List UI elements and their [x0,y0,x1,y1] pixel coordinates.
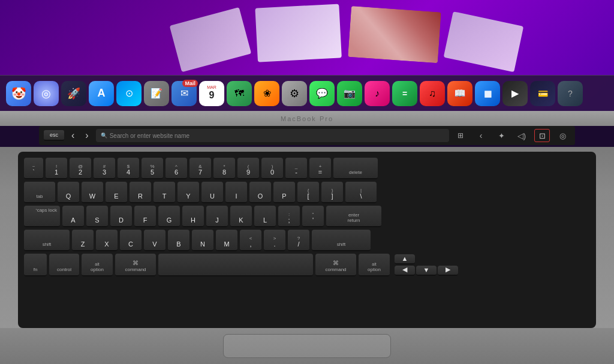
key-command-right[interactable]: ⌘ command [315,254,356,276]
key-w[interactable]: W [82,182,103,203]
key-p[interactable]: P [273,182,295,203]
touchbar-back[interactable]: ‹ [68,129,78,142]
key-capslock[interactable]: • caps lock [24,206,60,227]
key-q[interactable]: Q [58,182,79,203]
key-tab[interactable]: tab [24,182,55,203]
key-f[interactable]: F [134,206,156,227]
key-arrow-left[interactable]: ◀ [395,266,415,276]
key-alt-left[interactable]: alt option [82,254,113,276]
key-quote[interactable]: " ' [302,206,324,227]
key-slash[interactable]: ? / [288,230,309,251]
touchbar-url-bar[interactable]: 🔍 Search or enter website name [96,129,449,142]
dock-facetime[interactable]: 📷 [337,81,362,106]
key-n[interactable]: N [192,230,213,251]
key-k[interactable]: K [230,206,252,227]
key-h[interactable]: H [182,206,204,227]
key-shift-right[interactable]: shift [312,230,371,251]
key-j[interactable]: J [206,206,228,227]
key-6[interactable]: ^ 6 [165,158,187,179]
key-tilde[interactable]: ~ ` [24,158,43,179]
key-v[interactable]: V [144,230,165,251]
dock-unknown[interactable]: ? [558,81,583,106]
dock-launchpad[interactable]: 🚀 [61,81,86,106]
key-r[interactable]: R [130,182,151,203]
key-1[interactable]: ! 1 [46,158,67,179]
key-arrow-right[interactable]: ▶ [438,266,458,276]
key-fn[interactable]: fn [24,254,47,276]
float-win-3 [348,6,441,63]
trackpad[interactable] [223,334,391,358]
key-5[interactable]: % 5 [142,158,163,179]
key-equals[interactable]: + = [309,158,331,179]
touchbar-controls: ⊞ ‹ ✦ ◁) ⊡ ◎ [453,129,570,142]
dock-numbers[interactable]: = [392,81,417,106]
key-backslash[interactable]: | \ [345,182,377,203]
touchbar-siri[interactable]: ◎ [555,129,570,142]
key-minus[interactable]: _ - [285,158,307,179]
dock-appstore[interactable]: A [89,81,114,106]
dock-wallet[interactable]: 💳 [530,81,555,106]
touchbar-tab-overview[interactable]: ⊞ [453,129,468,142]
macbook-bezel: MacBook Pro [0,111,614,126]
touchbar-esc[interactable]: esc [44,130,64,141]
key-l[interactable]: L [254,206,276,227]
key-t[interactable]: T [154,182,175,203]
key-return[interactable]: enter return [326,206,381,227]
dock-messages[interactable]: 💬 [309,81,335,106]
dock-siri[interactable]: ◎ [34,81,59,106]
dock-calendar[interactable]: MAR 9 [199,81,224,106]
key-g[interactable]: G [158,206,180,227]
key-8[interactable]: * 8 [213,158,235,179]
dock-finder[interactable]: 🤡 [6,81,31,106]
touchbar-forward[interactable]: › [82,129,92,142]
dock-maps[interactable]: 🗺 [227,81,252,106]
key-2[interactable]: @ 2 [70,158,91,179]
dock-keynote[interactable]: ▦ [475,81,500,106]
key-c[interactable]: C [120,230,142,251]
key-rbracket[interactable]: } ] [321,182,343,203]
touchbar-screenshot[interactable]: ⊡ [534,129,550,142]
key-comma[interactable]: < , [240,230,261,251]
key-9[interactable]: ( 9 [237,158,259,179]
key-d[interactable]: D [110,206,132,227]
key-y[interactable]: Y [177,182,199,203]
key-z[interactable]: Z [72,230,94,251]
dock-books[interactable]: 📖 [447,81,472,106]
key-4[interactable]: $ 4 [118,158,139,179]
dock-systemprefs[interactable]: ⚙ [282,81,307,106]
key-control[interactable]: control [49,254,79,276]
key-period[interactable]: > . [264,230,285,251]
key-x[interactable]: X [96,230,118,251]
touchbar-volume[interactable]: ◁) [514,129,529,142]
key-shift-left[interactable]: shift [24,230,70,251]
key-space[interactable] [158,254,313,276]
key-command-left[interactable]: ⌘ command [115,254,156,276]
key-0[interactable]: ) 0 [261,158,283,179]
key-lbracket[interactable]: { [ [297,182,319,203]
dock-music[interactable]: ♫ [420,81,445,106]
touchbar-back-btn[interactable]: ‹ [473,129,489,142]
key-u[interactable]: U [201,182,223,203]
key-a[interactable]: A [62,206,84,227]
dock-photos[interactable]: ❀ [254,81,279,106]
touchbar-brightness[interactable]: ✦ [493,129,509,142]
key-m[interactable]: M [216,230,237,251]
dock-mail[interactable]: ✉ Mail [171,81,197,106]
dock-notes[interactable]: 📝 [144,81,169,106]
key-arrow-down[interactable]: ▼ [416,266,437,276]
dock-itunes[interactable]: ♪ [365,81,390,106]
key-semicolon[interactable]: : ; [278,206,300,227]
key-e[interactable]: E [106,182,127,203]
key-3[interactable]: # 3 [94,158,115,179]
key-o[interactable]: O [249,182,271,203]
key-alt-right[interactable]: alt option [359,254,390,276]
key-arrow-up[interactable]: ▲ [395,254,415,264]
key-s[interactable]: S [86,206,108,227]
dock-tv[interactable]: ▶ [502,81,528,106]
dock-safari[interactable]: ⊙ [116,81,142,106]
bottom-chassis [0,328,614,364]
key-delete[interactable]: delete [333,158,378,179]
key-b[interactable]: B [168,230,189,251]
key-i[interactable]: I [225,182,247,203]
key-7[interactable]: & 7 [189,158,211,179]
